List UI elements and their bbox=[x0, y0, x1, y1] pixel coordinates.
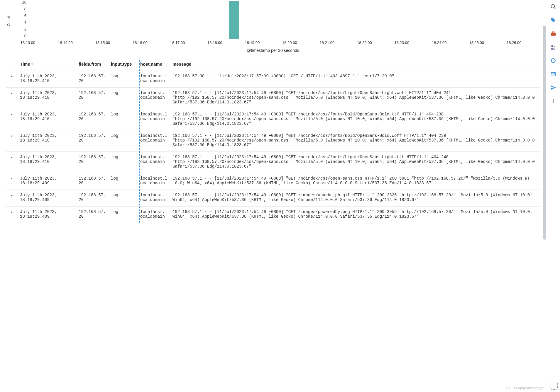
cell-time: July 11th 2023, 18:18:29.410 bbox=[18, 130, 76, 152]
cell-time: July 11th 2023, 18:18:29.410 bbox=[18, 109, 76, 130]
cell-host: localhost.localdomain bbox=[138, 207, 170, 223]
cell-host: localhost.localdomain bbox=[138, 109, 170, 130]
cell-time: July 11th 2023, 18:18:29.409 bbox=[18, 190, 76, 207]
cell-host: localhost.localdomain bbox=[138, 130, 170, 152]
chart-xtick: 18:13:00 bbox=[21, 40, 35, 45]
table-row: ▸July 11th 2023, 18:18:29.410192.168.57.… bbox=[6, 88, 540, 109]
cell-message: 192.168.57.1 - - [11/Jul/2023:17:54:49 +… bbox=[170, 88, 540, 109]
cell-type: log bbox=[109, 207, 138, 223]
cell-message: 192.168.57.1 - - [11/Jul/2023:17:54:49 +… bbox=[170, 173, 540, 190]
vertical-scrollbar-track[interactable] bbox=[543, 26, 546, 240]
chart-ylabel: Count bbox=[6, 16, 11, 26]
expand-row-button[interactable]: ▸ bbox=[6, 173, 18, 190]
people-icon[interactable] bbox=[550, 44, 556, 50]
table-row: ▸July 11th 2023, 18:18:29.409192.168.57.… bbox=[6, 173, 540, 190]
svg-point-2 bbox=[551, 19, 552, 20]
histogram-chart[interactable]: Count 1086420 18:13:0018:14:0018:15:0018… bbox=[6, 0, 540, 53]
chart-xtick: 18:17:00 bbox=[170, 40, 185, 45]
chart-ytick: 6 bbox=[24, 13, 26, 18]
chart-ytick: 0 bbox=[24, 34, 26, 38]
svg-rect-3 bbox=[551, 33, 556, 36]
chart-xaxis: 18:13:0018:14:0018:15:0018:16:0018:17:00… bbox=[28, 40, 533, 46]
time-column-header[interactable]: Time ▾ bbox=[18, 59, 76, 71]
cell-type: log bbox=[109, 71, 138, 88]
cell-time: July 11th 2023, 18:18:29.409 bbox=[18, 173, 76, 190]
from-column-header[interactable]: fields.from bbox=[76, 59, 109, 71]
cell-from: 192.168.57.20 bbox=[76, 130, 109, 152]
chart-xlabel: @timestamp per 30 seconds bbox=[6, 48, 540, 53]
chart-xtick: 18:25:00 bbox=[469, 40, 484, 45]
chart-ytick: 10 bbox=[22, 0, 26, 4]
cell-time: July 11th 2023, 18:18:29.410 bbox=[18, 71, 76, 88]
cell-message: 192.168.57.1 - - [11/Jul/2023:17:54:49 +… bbox=[170, 207, 540, 223]
briefcase-icon[interactable] bbox=[550, 30, 556, 37]
cell-message: 192.168.57.1 - - [11/Jul/2023:17:54:49 +… bbox=[170, 190, 540, 207]
cell-message: 192.168.57.30 - - [11/Jul/2023:17:57:09 … bbox=[170, 71, 540, 88]
host-column-header[interactable]: host.name bbox=[138, 59, 170, 71]
send-icon[interactable] bbox=[550, 84, 556, 91]
cell-type: log bbox=[109, 173, 138, 190]
main-content: Count 1086420 18:13:0018:14:0018:15:0018… bbox=[0, 0, 546, 392]
cell-message: 192.168.57.1 - - [11/Jul/2023:17:54:49 +… bbox=[170, 152, 540, 173]
cell-type: log bbox=[109, 190, 138, 207]
cell-host: localhost.localdomain bbox=[138, 88, 170, 109]
search-icon[interactable] bbox=[550, 4, 556, 10]
tag-icon[interactable] bbox=[550, 17, 556, 23]
expand-row-button[interactable]: ▸ bbox=[6, 190, 18, 207]
circle-icon[interactable] bbox=[550, 57, 556, 64]
chart-ytick: 8 bbox=[24, 7, 26, 11]
svg-point-0 bbox=[551, 5, 554, 8]
expand-row-button[interactable]: ▸ bbox=[6, 71, 18, 88]
plus-icon[interactable] bbox=[550, 98, 556, 104]
cell-from: 192.168.57.20 bbox=[76, 173, 109, 190]
table-row: ▸July 11th 2023, 18:18:29.410192.168.57.… bbox=[6, 152, 540, 173]
cell-time: July 11th 2023, 18:18:29.410 bbox=[18, 152, 76, 173]
table-row: ▸July 11th 2023, 18:18:29.410192.168.57.… bbox=[6, 71, 540, 88]
chart-xtick: 18:22:00 bbox=[357, 40, 372, 45]
cell-from: 192.168.57.20 bbox=[76, 71, 109, 88]
chart-xtick: 18:20:00 bbox=[282, 40, 297, 45]
chart-bar[interactable] bbox=[229, 1, 239, 39]
svg-line-1 bbox=[554, 8, 555, 9]
expand-row-button[interactable]: ▸ bbox=[6, 130, 18, 152]
right-toolbar bbox=[546, 0, 560, 392]
table-header-row: Time ▾ fields.from input.type host.name … bbox=[6, 59, 540, 71]
expand-row-button[interactable]: ▸ bbox=[6, 88, 18, 109]
chart-xtick: 18:23:00 bbox=[395, 40, 410, 45]
time-range-marker bbox=[178, 1, 178, 39]
cell-type: log bbox=[109, 152, 138, 173]
svg-point-7 bbox=[551, 59, 555, 62]
watermark-text: CSDN @guyunbingyb bbox=[506, 386, 544, 390]
chart-plot-area[interactable] bbox=[28, 1, 533, 39]
cell-time: July 11th 2023, 18:18:29.410 bbox=[18, 88, 76, 109]
chart-xtick: 18:16:00 bbox=[133, 40, 148, 45]
svg-point-5 bbox=[551, 45, 553, 47]
cell-from: 192.168.57.20 bbox=[76, 88, 109, 109]
cell-from: 192.168.57.20 bbox=[76, 152, 109, 173]
message-column-header[interactable]: message bbox=[170, 59, 540, 71]
cell-type: log bbox=[109, 130, 138, 152]
chart-xtick: 18:24:00 bbox=[432, 40, 447, 45]
cell-host: localhost.localdomain bbox=[138, 173, 170, 190]
cell-type: log bbox=[109, 109, 138, 130]
sort-desc-icon: ▾ bbox=[31, 62, 33, 66]
cell-message: 192.168.57.1 - - [11/Jul/2023:17:54:49 +… bbox=[170, 109, 540, 130]
log-table-container: Time ▾ fields.from input.type host.name … bbox=[6, 59, 540, 223]
mail-icon[interactable] bbox=[550, 71, 556, 77]
time-column-label: Time bbox=[20, 62, 30, 67]
cell-host: localhost.localdomain bbox=[138, 71, 170, 88]
table-row: ▸July 11th 2023, 18:18:29.410192.168.57.… bbox=[6, 130, 540, 152]
cell-host: localhost.localdomain bbox=[138, 190, 170, 207]
expand-row-button[interactable]: ▸ bbox=[6, 207, 18, 223]
type-column-header[interactable]: input.type bbox=[109, 59, 138, 71]
chart-xtick: 18:21:00 bbox=[320, 40, 335, 45]
expand-row-button[interactable]: ▸ bbox=[6, 152, 18, 173]
cell-from: 192.168.57.20 bbox=[76, 207, 109, 223]
screenshot-snip-icon[interactable] bbox=[551, 383, 558, 390]
chart-xtick: 18:19:00 bbox=[245, 40, 260, 45]
svg-point-6 bbox=[554, 46, 555, 47]
expand-row-button[interactable]: ▸ bbox=[6, 109, 18, 130]
vertical-scrollbar-thumb[interactable] bbox=[543, 26, 546, 240]
cell-time: July 11th 2023, 18:18:29.409 bbox=[18, 207, 76, 223]
expand-column-header bbox=[6, 59, 18, 71]
